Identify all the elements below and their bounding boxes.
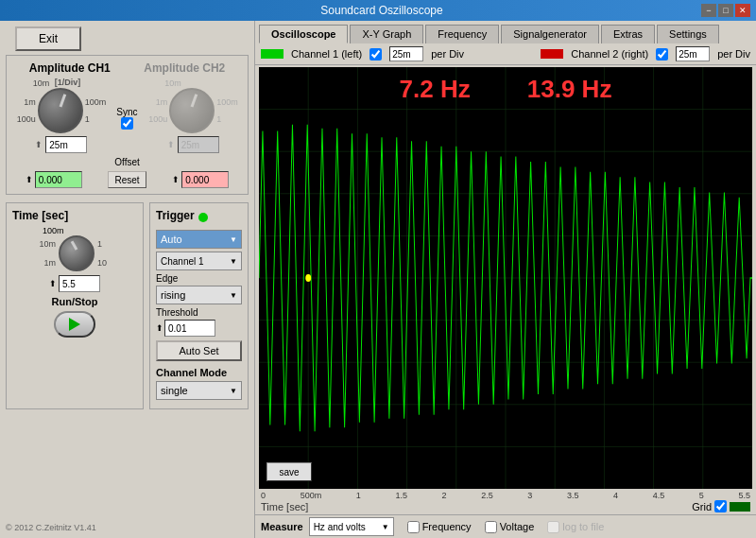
t35: 3.5 [567,491,579,500]
ch2-label-1m: 1m [156,97,168,107]
bottom-bar: Measure Hz and volts ▼ Frequency Voltage… [255,514,756,538]
log-checkbox-group: log to file [547,521,604,533]
time-knob-area: 100m 10m 1m 1 10 [12,226,137,271]
t3: 3 [527,491,532,500]
time-value-input[interactable] [59,275,100,292]
save-button[interactable]: save [266,462,312,481]
t25: 2.5 [481,491,493,500]
grid-label: Grid [692,501,712,512]
offset-row: ⬆ Reset ⬆ [12,171,242,188]
frequency-checkbox-group: Frequency [407,521,472,533]
time-axis-label: Time [sec] [261,501,308,512]
tab-signalgenerator[interactable]: Signalgenerator [501,25,599,43]
ch1-label-100m: 100m [85,97,104,107]
ch1-amplitude-knob[interactable] [38,88,83,133]
ch2-amplitude-knob[interactable] [169,88,215,133]
tab-xy-graph[interactable]: X-Y Graph [350,25,423,43]
t1: 1 [356,491,361,500]
trigger-mode-select[interactable]: Auto ▼ [156,230,242,249]
trigger-led [198,213,208,222]
scope-display: 7.2 Hz 13.9 Hz save [259,67,752,489]
trigger-channel-select[interactable]: Channel 1 ▼ [156,252,242,270]
threshold-input[interactable] [164,320,215,337]
ch1-per-div-label: per Div [431,48,464,60]
t2: 2 [442,491,447,500]
time-knob[interactable] [59,235,94,271]
ch1-per-div-input[interactable] [389,46,423,61]
edge-select[interactable]: rising ▼ [156,286,242,304]
close-button[interactable]: ✕ [735,4,750,17]
ch2-label-100u: 100u [148,114,167,124]
ch1-offset-input[interactable] [35,171,82,188]
ch1-label: Channel 1 (left) [291,48,362,60]
ch1-label-1: 1 [85,114,104,124]
ch1-div-label: [1/Div] [55,78,81,87]
tab-frequency[interactable]: Frequency [425,25,499,43]
time-10: 10 [97,258,114,268]
left-panel: Exit Amplitude CH1 Amplitude CH2 10m [1/… [0,21,255,538]
grid-checkbox[interactable] [714,500,727,512]
amplitude-headers: Amplitude CH1 Amplitude CH2 [12,61,242,75]
knobs-row: 10m [1/Div] 1m 100u 100m 1 [12,78,242,153]
trigger-header: Trigger [156,209,242,226]
ch2-div-input[interactable] [178,136,219,153]
time-section: Time [sec] 100m 10m 1m 1 10 [6,202,144,409]
time-1m: 1m [43,258,56,268]
freq-display: 7.2 Hz 13.9 Hz [400,75,612,104]
time-1: 1 [97,239,114,249]
log-checkbox[interactable] [547,521,559,533]
ch1-div-input[interactable] [45,136,87,153]
bottom-left: Time [sec] 100m 10m 1m 1 10 [6,202,249,409]
run-stop-button[interactable] [54,311,95,338]
ch2-per-div-input[interactable] [676,46,710,61]
ch2-indicator [541,49,563,59]
channel-mode-label: Channel Mode [156,367,242,378]
sync-label: Sync [116,107,137,117]
ch2-checkbox[interactable] [656,48,668,61]
main-container: Exit Amplitude CH1 Amplitude CH2 10m [1/… [0,21,756,538]
freq-ch2: 13.9 Hz [527,75,612,104]
t5: 5 [699,491,704,500]
play-icon [69,318,80,331]
measure-select[interactable]: Hz and volts ▼ [309,517,394,536]
ch2-label-10m: 10m [164,78,181,88]
channel-mode-select[interactable]: single ▼ [156,381,242,400]
ch1-knob-group: 10m [1/Div] 1m 100u 100m 1 [19,78,104,153]
frequency-label: Frequency [422,521,472,532]
scope-svg [259,67,752,489]
measure-label: Measure [261,521,303,532]
maximize-button[interactable]: □ [718,4,733,17]
ch1-label-1m: 1m [24,97,36,107]
time-axis-labels: 0 500m 1 1.5 2 2.5 3 3.5 4 4.5 5 5.5 [259,491,752,500]
exit-button[interactable]: Exit [15,26,81,51]
ch2-knob-top-labels: 10m [164,78,221,88]
voltage-checkbox[interactable] [485,521,497,533]
frequency-checkbox[interactable] [407,521,420,533]
t45: 4.5 [653,491,665,500]
sync-group: Sync [116,107,137,130]
time-10m: 10m [39,239,56,249]
ch2-offset-input[interactable] [181,171,229,188]
tab-oscilloscope[interactable]: Oscilloscope [259,25,348,43]
minimize-button[interactable]: − [701,4,716,17]
sync-checkbox[interactable] [121,117,133,130]
tab-extras[interactable]: Extras [601,25,655,43]
time-knob-top-label: 100m [43,226,107,235]
ch2-knob-group: 10m 1m 100u 100m 1 ⬆ [150,78,235,153]
ch1-amplitude-label: Amplitude CH1 [29,61,111,75]
window-controls: − □ ✕ [701,4,750,17]
autoset-button[interactable]: Auto Set [156,340,242,361]
channel-bar: Channel 1 (left) per Div Channel 2 (righ… [255,43,756,65]
run-stop-label: Run/Stop [52,296,98,307]
channel-mode-section: Channel Mode single ▼ [156,367,242,400]
ch1-label-100u: 100u [17,114,36,124]
threshold-label: Threshold [156,307,242,318]
time-axis-section: 0 500m 1 1.5 2 2.5 3 3.5 4 4.5 5 5.5 Tim… [255,491,756,514]
tab-settings[interactable]: Settings [657,25,719,43]
reset-button[interactable]: Reset [108,171,146,188]
ch1-checkbox[interactable] [369,48,382,61]
amplitude-section: Amplitude CH1 Amplitude CH2 10m [1/Div] … [6,55,249,195]
tabs-bar: Oscilloscope X-Y Graph Frequency Signalg… [255,21,756,43]
t0: 0 [261,491,266,500]
offset-label: Offset [12,157,242,167]
